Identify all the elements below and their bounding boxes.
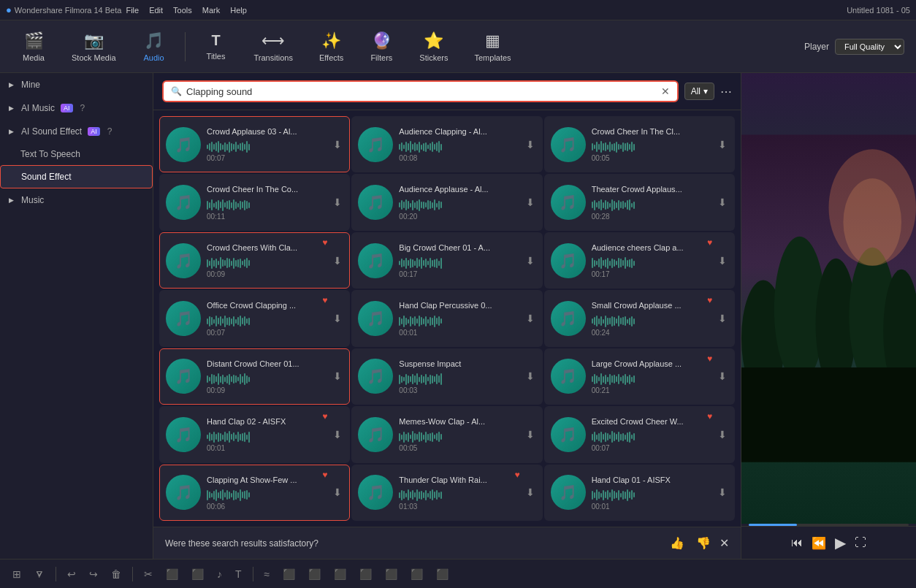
sound-card-5[interactable]: 🎵 Audience Applause - Al... 00:20 ⬇ bbox=[351, 174, 542, 230]
toolbar-media[interactable]: 🎬 Media bbox=[12, 27, 56, 66]
toolbar-transitions[interactable]: ⟷ Transitions bbox=[244, 27, 303, 66]
download-button-4[interactable]: ⬇ bbox=[332, 195, 343, 210]
download-button-13[interactable]: ⬇ bbox=[332, 369, 343, 383]
download-button-14[interactable]: ⬇ bbox=[524, 369, 536, 383]
download-button-19[interactable]: ⬇ bbox=[332, 485, 343, 500]
tool-5[interactable]: ⬛ bbox=[381, 566, 401, 582]
sidebar-item-ai-music[interactable]: ▶ AI Music AI ? bbox=[0, 96, 153, 120]
download-button-10[interactable]: ⬇ bbox=[332, 311, 343, 326]
play-button[interactable]: ▶ bbox=[835, 534, 846, 551]
sound-play-icon[interactable]: 🎵 bbox=[166, 243, 201, 278]
sidebar-text-to-speech[interactable]: Text To Speech bbox=[0, 143, 153, 165]
download-button-21[interactable]: ⬇ bbox=[717, 485, 728, 500]
pointer-tool-button[interactable]: ⛛ bbox=[31, 566, 48, 582]
sidebar-sound-effect[interactable]: Sound Effect bbox=[0, 165, 153, 188]
sidebar-item-music[interactable]: ▶ Music bbox=[0, 188, 153, 212]
sound-play-icon[interactable]: 🎵 bbox=[358, 417, 393, 452]
filter-dropdown[interactable]: All ▾ bbox=[684, 83, 714, 100]
sound-play-icon[interactable]: 🎵 bbox=[551, 185, 586, 220]
sound-play-icon[interactable]: 🎵 bbox=[166, 417, 201, 452]
delete-button[interactable]: 🗑 bbox=[107, 566, 125, 582]
sound-play-icon[interactable]: 🎵 bbox=[358, 359, 393, 394]
download-button-3[interactable]: ⬇ bbox=[717, 137, 728, 152]
menu-help[interactable]: Help bbox=[230, 6, 247, 15]
download-button-9[interactable]: ⬇ bbox=[717, 253, 728, 268]
sound-card-14[interactable]: 🎵 Suspense Impact 00:03 ⬇ bbox=[351, 348, 542, 405]
sound-card-3[interactable]: 🎵 Crowd Cheer In The Cl... 00:05 ⬇ bbox=[544, 116, 735, 172]
sound-card-11[interactable]: 🎵 Hand Clap Percussive 0... 00:01 ⬇ bbox=[351, 290, 542, 346]
sound-play-icon[interactable]: 🎵 bbox=[551, 243, 586, 278]
sound-play-icon[interactable]: 🎵 bbox=[166, 301, 201, 336]
sound-play-icon[interactable]: 🎵 bbox=[166, 359, 201, 394]
sound-card-21[interactable]: 🎵 Hand Clap 01 - AISFX 00:01 ⬇ bbox=[544, 465, 735, 521]
sound-card-9[interactable]: ♥ 🎵 Audience cheers Clap a... 00:17 ⬇ bbox=[544, 232, 735, 289]
crop-button[interactable]: ⬛ bbox=[188, 566, 207, 582]
toolbar-filters[interactable]: 🔮 Filters bbox=[359, 27, 403, 66]
sound-card-20[interactable]: ♥ 🎵 Thunder Clap With Rai... 01:03 ⬇ bbox=[351, 465, 542, 521]
sound-play-icon[interactable]: 🎵 bbox=[358, 475, 393, 510]
menu-edit[interactable]: Edit bbox=[149, 6, 163, 15]
sound-card-12[interactable]: ♥ 🎵 Small Crowd Applause ... 00:24 ⬇ bbox=[544, 290, 735, 346]
sound-play-icon[interactable]: 🎵 bbox=[358, 243, 393, 278]
more-options-button[interactable]: ⋯ bbox=[720, 85, 732, 99]
sound-play-icon[interactable]: 🎵 bbox=[551, 127, 586, 162]
close-satisfaction-button[interactable]: ✕ bbox=[720, 536, 729, 550]
thumbs-up-button[interactable]: 👍 bbox=[667, 535, 687, 551]
fullscreen-button[interactable]: ⛶ bbox=[855, 536, 866, 549]
audio-button[interactable]: ♪ bbox=[213, 566, 226, 582]
skip-back-button[interactable]: ⏮ bbox=[791, 536, 803, 549]
sound-card-10[interactable]: ♥ 🎵 Office Crowd Clapping ... 00:07 ⬇ bbox=[159, 290, 350, 346]
zoom-fit-button[interactable]: ≈ bbox=[261, 566, 274, 582]
sound-play-icon[interactable]: 🎵 bbox=[551, 417, 586, 452]
toolbar-stock[interactable]: 📷 Stock Media bbox=[61, 27, 126, 66]
download-button-15[interactable]: ⬇ bbox=[717, 369, 728, 383]
sound-play-icon[interactable]: 🎵 bbox=[358, 301, 393, 336]
download-button-20[interactable]: ⬇ bbox=[524, 485, 536, 500]
sound-card-8[interactable]: 🎵 Big Crowd Cheer 01 - A... 00:17 ⬇ bbox=[351, 232, 542, 289]
download-button-5[interactable]: ⬇ bbox=[524, 195, 536, 210]
tool-2[interactable]: ⬛ bbox=[305, 566, 324, 582]
tool-4[interactable]: ⬛ bbox=[356, 566, 375, 582]
sound-play-icon[interactable]: 🎵 bbox=[551, 301, 586, 336]
tool-1[interactable]: ⬛ bbox=[279, 566, 299, 582]
quality-select[interactable]: Full Quality Half Quality bbox=[835, 39, 904, 55]
tool-6[interactable]: ⬛ bbox=[407, 566, 427, 582]
sound-card-1[interactable]: 🎵 Crowd Applause 03 - Al... 00:07 ⬇ bbox=[159, 116, 350, 172]
download-button-6[interactable]: ⬇ bbox=[717, 195, 728, 210]
toolbar-templates[interactable]: ▦ Templates bbox=[464, 27, 521, 66]
text-button[interactable]: T bbox=[232, 566, 245, 582]
toolbar-effects[interactable]: ✨ Effects bbox=[309, 27, 354, 66]
sound-play-icon[interactable]: 🎵 bbox=[166, 127, 201, 162]
toolbar-titles[interactable]: T Titles bbox=[194, 28, 238, 65]
sound-play-icon[interactable]: 🎵 bbox=[551, 475, 586, 510]
sound-card-6[interactable]: 🎵 Theater Crowd Applaus... 00:28 ⬇ bbox=[544, 174, 735, 230]
split-button[interactable]: ⬛ bbox=[162, 566, 182, 582]
tool-7[interactable]: ⬛ bbox=[432, 566, 452, 582]
undo-button[interactable]: ↩ bbox=[64, 566, 80, 582]
sound-card-16[interactable]: ♥ 🎵 Hand Clap 02 - AISFX 00:01 ⬇ bbox=[159, 406, 350, 462]
download-button-17[interactable]: ⬇ bbox=[524, 427, 536, 442]
grid-view-button[interactable]: ⊞ bbox=[9, 566, 25, 582]
sound-play-icon[interactable]: 🎵 bbox=[358, 127, 393, 162]
sound-card-18[interactable]: ♥ 🎵 Excited Crowd Cheer W... 00:07 ⬇ bbox=[544, 406, 735, 462]
sound-play-icon[interactable]: 🎵 bbox=[551, 359, 586, 394]
download-button-11[interactable]: ⬇ bbox=[524, 311, 536, 326]
menu-file[interactable]: File bbox=[126, 6, 139, 15]
thumbs-down-button[interactable]: 👎 bbox=[693, 535, 714, 551]
search-input-wrap[interactable]: 🔍 ✕ bbox=[162, 80, 679, 102]
sound-card-15[interactable]: ♥ 🎵 Large Crowd Applause ... 00:21 ⬇ bbox=[544, 348, 735, 405]
menu-tools[interactable]: Tools bbox=[173, 6, 192, 15]
download-button-12[interactable]: ⬇ bbox=[717, 311, 728, 326]
sound-play-icon[interactable]: 🎵 bbox=[166, 185, 201, 220]
sound-card-2[interactable]: 🎵 Audience Clapping - Al... 00:08 ⬇ bbox=[351, 116, 542, 172]
step-back-button[interactable]: ⏪ bbox=[812, 536, 826, 550]
sound-card-4[interactable]: 🎵 Crowd Cheer In The Co... 00:11 ⬇ bbox=[159, 174, 350, 230]
sidebar-item-ai-sound[interactable]: ▶ AI Sound Effect AI ? bbox=[0, 120, 153, 143]
menu-mark[interactable]: Mark bbox=[202, 6, 220, 15]
sound-card-17[interactable]: 🎵 Memes-Wow Clap - Al... 00:05 ⬇ bbox=[351, 406, 542, 462]
toolbar-audio[interactable]: 🎵 Audio bbox=[132, 27, 176, 66]
cut-button[interactable]: ✂ bbox=[140, 566, 156, 582]
sound-card-19[interactable]: ♥ 🎵 Clapping At Show-Few ... 00:06 ⬇ bbox=[159, 465, 350, 521]
sound-play-icon[interactable]: 🎵 bbox=[166, 475, 201, 510]
download-button-18[interactable]: ⬇ bbox=[717, 427, 728, 442]
